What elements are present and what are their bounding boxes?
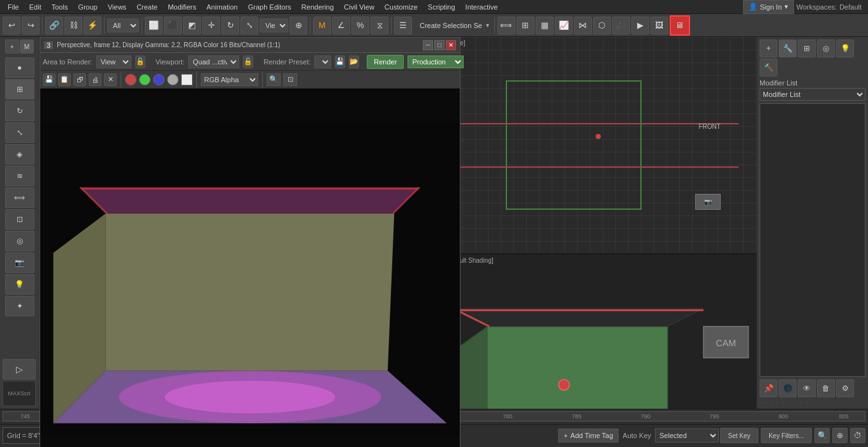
show-result-button[interactable]: 👁 <box>798 379 816 397</box>
render-button[interactable]: Render <box>367 55 404 69</box>
area-to-render-dropdown[interactable]: View Selected Region <box>96 55 131 68</box>
select-rotate-button[interactable]: ↻ <box>221 17 239 34</box>
move-tool-button[interactable]: ⊞ <box>5 79 34 99</box>
key-filters-button[interactable]: Key Filters... <box>761 428 812 443</box>
hierarchy-panel-button[interactable]: ⊞ <box>798 40 816 57</box>
remove-modifier-button[interactable]: 🗑 <box>817 379 835 397</box>
snap-toggle-button[interactable]: M <box>313 17 331 34</box>
edit-named-sets-button[interactable]: ☰ <box>394 17 412 34</box>
pin-stack-button[interactable]: 📌 <box>760 379 777 397</box>
menu-views[interactable]: Views <box>103 0 131 14</box>
select-scale-button[interactable]: ⤡ <box>240 17 258 34</box>
clear-button[interactable]: ✕ <box>104 73 117 86</box>
mono-channel-button[interactable] <box>167 74 179 85</box>
align-tool-button[interactable]: ⊡ <box>5 209 34 230</box>
green-channel-button[interactable] <box>139 74 151 85</box>
channel-dropdown[interactable]: RGB Alpha Diffuse Specular <box>201 73 258 86</box>
render-production-button[interactable]: 🖼 <box>651 17 668 34</box>
create-panel-button[interactable]: + <box>760 40 777 57</box>
select-tool-button[interactable]: ● <box>5 57 34 78</box>
zoom-100-button[interactable]: 🔍 <box>267 73 281 86</box>
scale-tool-button[interactable]: ⤡ <box>5 122 34 143</box>
time-config-button[interactable]: ⏱ <box>850 428 865 443</box>
viewport-dropdown[interactable]: Quad ...ctive Front Top <box>188 55 239 68</box>
modify-tab[interactable]: M <box>20 40 34 54</box>
render-preset-dropdown[interactable] <box>314 55 331 68</box>
active-render-button[interactable]: 🖥 <box>670 15 690 36</box>
render-minimize-button[interactable]: ─ <box>423 40 433 50</box>
menu-graph-editors[interactable]: Graph Editors <box>243 0 297 14</box>
bind-button[interactable]: ⚡ <box>84 17 101 34</box>
redo-button[interactable]: ↪ <box>22 17 40 34</box>
menu-tools[interactable]: Tools <box>47 0 73 14</box>
camera-tool-button[interactable]: 📷 <box>5 253 34 273</box>
area-lock-button[interactable]: 🔓 <box>135 55 145 68</box>
menu-civil-view[interactable]: Civil View <box>339 0 379 14</box>
viewport-lock-button[interactable]: 🔓 <box>243 55 253 68</box>
unlink-button[interactable]: ⛓ <box>64 17 82 34</box>
key-mode-button[interactable]: ⊕ <box>832 428 848 443</box>
graph-editor-button[interactable]: 📈 <box>555 17 573 34</box>
menu-scripting[interactable]: Scripting <box>423 0 460 14</box>
selection-mode-dropdown[interactable]: All Geometry Shapes <box>107 18 139 33</box>
mirror-tool-button[interactable]: ⟺ <box>5 187 34 208</box>
select-move-button[interactable]: ✛ <box>202 17 220 34</box>
menu-animation[interactable]: Animation <box>202 0 243 14</box>
menu-create[interactable]: Create <box>131 0 163 14</box>
red-channel-button[interactable] <box>125 74 136 85</box>
color-swatch[interactable] <box>181 74 193 85</box>
layer-manager-button[interactable]: ▦ <box>536 17 554 34</box>
render-preset-save-button[interactable]: 💾 <box>335 55 345 68</box>
copy-render-button[interactable]: 📋 <box>58 73 71 86</box>
menu-modifiers[interactable]: Modifiers <box>163 0 202 14</box>
active-shade-button[interactable]: 🌑 <box>779 379 797 397</box>
set-key-button[interactable]: Set Key <box>720 428 758 443</box>
menu-edit[interactable]: Edit <box>24 0 47 14</box>
light-tool-button[interactable]: 💡 <box>5 274 34 295</box>
save-render-button[interactable]: 💾 <box>43 73 55 86</box>
display-panel-button[interactable]: 💡 <box>836 40 854 57</box>
zoom-fit-button[interactable]: ⊡ <box>283 73 297 86</box>
create-tab[interactable]: + <box>5 40 19 54</box>
render-frame-button[interactable]: ▶ <box>631 17 649 34</box>
render-preset-load-button[interactable]: 📂 <box>349 55 359 68</box>
coord-system-dropdown[interactable]: View World Screen <box>260 18 288 33</box>
render-frame-titlebar[interactable]: 3 Perspective, frame 12, Display Gamma: … <box>40 38 460 53</box>
rotate-tool-button[interactable]: ↻ <box>5 101 34 121</box>
motion-panel-button[interactable]: ◎ <box>817 40 835 57</box>
add-time-tag-button[interactable]: + Add Time Tag <box>558 429 619 443</box>
blue-channel-button[interactable] <box>153 74 165 85</box>
modifier-list-dropdown[interactable]: Modifier List <box>760 88 865 101</box>
undo-button[interactable]: ↩ <box>3 17 20 34</box>
modify-panel-button[interactable]: 🔧 <box>779 40 797 57</box>
print-button[interactable]: 🖨 <box>89 73 101 86</box>
mirror-button[interactable]: ⟺ <box>497 17 515 34</box>
pivot-button[interactable]: ⊕ <box>290 17 307 34</box>
clone-render-button[interactable]: 🗗 <box>73 73 86 86</box>
signin-button[interactable]: 👤 Sign In ▾ <box>743 0 794 14</box>
helper-tool-button[interactable]: ✦ <box>5 296 34 316</box>
select-object-button[interactable]: ⬜ <box>145 17 163 34</box>
angle-snap-button[interactable]: ∠ <box>332 17 350 34</box>
schematic-view-button[interactable]: ⋈ <box>574 17 592 34</box>
align-button[interactable]: ⊞ <box>517 17 534 34</box>
selected-dropdown[interactable]: Selected <box>655 429 719 443</box>
config-modifier-button[interactable]: ⚙ <box>836 379 854 397</box>
timeline-zoom-button[interactable]: 🔍 <box>814 428 830 443</box>
render-type-dropdown[interactable]: Production Iterative ActiveShade <box>408 55 464 68</box>
window-crossing-button[interactable]: ◩ <box>183 17 201 34</box>
play-button[interactable]: ▷ <box>3 359 36 379</box>
utilities-panel-button[interactable]: 🔨 <box>760 59 777 77</box>
spinner-snap-button[interactable]: ⧖ <box>371 17 388 34</box>
skew-tool-button[interactable]: ◈ <box>5 144 34 165</box>
menu-interactive[interactable]: Interactive <box>460 0 503 14</box>
menu-rendering[interactable]: Rendering <box>297 0 339 14</box>
paint-tool-button[interactable]: ≋ <box>5 166 34 186</box>
render-setup-button[interactable]: 🎥 <box>612 17 630 34</box>
percent-snap-button[interactable]: % <box>351 17 369 34</box>
link-button[interactable]: 🔗 <box>45 17 63 34</box>
render-restore-button[interactable]: □ <box>434 40 445 50</box>
render-close-button[interactable]: ✕ <box>446 40 456 50</box>
measure-tool-button[interactable]: ◎ <box>5 231 34 251</box>
material-editor-button[interactable]: ⬡ <box>593 17 611 34</box>
